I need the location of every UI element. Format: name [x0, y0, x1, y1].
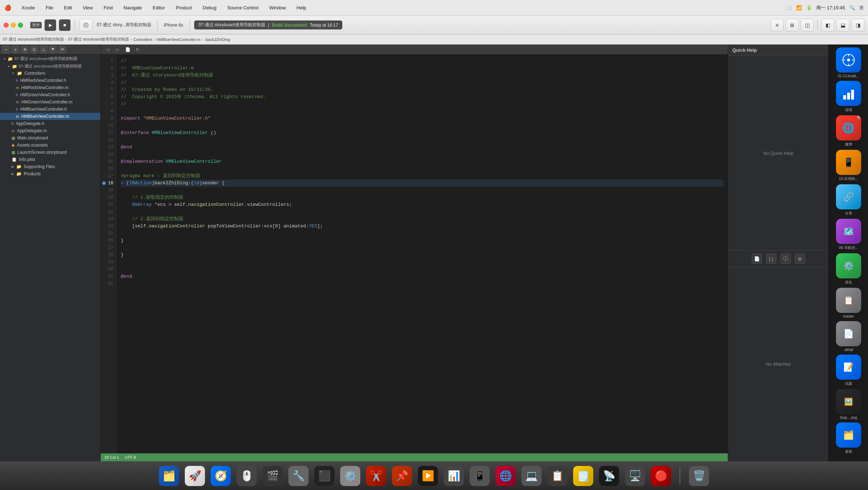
dock-app6[interactable]: 🌐 [495, 466, 516, 486]
qh-info-icon[interactable]: ⓘ [781, 254, 791, 264]
menu-editor[interactable]: Editor [151, 4, 167, 11]
close-button[interactable] [4, 23, 9, 28]
ios-app-cllocation[interactable]: 01-CLlocati... [832, 47, 865, 78]
ios-app-snip[interactable]: 🖼️ Snip....png [832, 389, 865, 420]
supporting-files-folder[interactable]: ▶ 📁 Supporting Files [0, 163, 100, 170]
editor-version-button[interactable]: ◫ [801, 19, 814, 32]
ios-app-optimize[interactable]: ⚙️ 优化 [832, 253, 865, 285]
bc-part1[interactable]: 07-通过 storyboard使用导航控制器 [3, 37, 64, 42]
dock-app4[interactable]: 📊 [444, 466, 464, 486]
dock-settings[interactable]: ⚙️ [340, 466, 360, 486]
stop-button[interactable]: ■ [59, 19, 70, 31]
info-plist[interactable]: 📋 Info.plist [0, 156, 100, 163]
sidebar-toolbar-btn3[interactable]: ⊕ [21, 46, 29, 54]
navigator-toggle[interactable]: ◧ [821, 19, 834, 32]
editor-assistant-button[interactable]: ⊞ [786, 19, 799, 32]
menu-product[interactable]: Product [174, 4, 194, 11]
dock-safari[interactable]: 🧭 [211, 466, 231, 486]
menu-xcode[interactable]: Xcode [19, 4, 37, 11]
scheme-selector[interactable]: 07-通过 story...用导航控制器 [95, 22, 153, 28]
dock-tools[interactable]: 🔧 [288, 466, 309, 486]
appdelegate-m[interactable]: m AppDelegate.m [0, 127, 100, 134]
ios-app-06nav[interactable]: 🗺️ 06-导航控... [832, 219, 865, 250]
ios-app-quiz[interactable]: 📝 试题 [832, 355, 865, 386]
dock-app7[interactable]: 💻 [521, 466, 542, 486]
menu-window[interactable]: Window [267, 4, 288, 11]
dock-trash[interactable]: 🗑️ [689, 466, 709, 486]
code-lines[interactable]: // // HMBlueViewController.m // 07-通过 st… [117, 55, 728, 453]
qh-braces-icon[interactable]: { } [766, 254, 776, 264]
apple-menu[interactable]: 🍎 [4, 4, 12, 11]
dock-mouse[interactable]: 🖱️ [237, 466, 257, 486]
control-center-icon[interactable]: ☰ [859, 5, 864, 10]
dock-video[interactable]: 🎬 [262, 466, 283, 486]
sidebar-toolbar-btn1[interactable]: + [2, 46, 10, 54]
maximize-button[interactable] [18, 23, 23, 28]
dock-app5[interactable]: 📱 [470, 466, 490, 486]
dock-app2[interactable]: 📌 [392, 466, 412, 486]
assets-xcassets[interactable]: ◈ Assets.xcassets [0, 142, 100, 149]
menu-view[interactable]: View [81, 4, 95, 11]
sidebar-toolbar-btn6[interactable]: ⚑ [49, 46, 57, 54]
project-subfolder[interactable]: ▼ 📁 07-通过 storyboard使用导航控制器 [0, 62, 100, 70]
run-button[interactable]: ▶ [45, 19, 56, 31]
menu-navigate[interactable]: Navigate [121, 4, 144, 11]
products-folder[interactable]: ▶ 📁 Products [0, 170, 100, 177]
bc-part4[interactable]: HMBlueViewController.m [156, 37, 200, 42]
dock-finder[interactable]: 🗂️ [159, 466, 179, 486]
sidebar-toolbar-btn7[interactable]: ✉ [58, 46, 66, 54]
minimize-button[interactable] [11, 23, 16, 28]
sidebar-toolbar-btn4[interactable]: ◎ [30, 46, 38, 54]
hmred-m[interactable]: m HMRedViewController.m [0, 84, 100, 91]
search-icon[interactable]: 🔍 [849, 5, 855, 10]
menu-edit[interactable]: Edit [62, 4, 74, 11]
sidebar-toolbar-btn5[interactable]: △ [40, 46, 47, 54]
menu-help[interactable]: Help [294, 4, 309, 11]
code-area[interactable]: 1 2 3 4 5 6 7 8 9 10 11 12 13 14 [101, 55, 728, 453]
sidebar-toolbar-btn2[interactable]: ≡ [12, 46, 19, 54]
editor-forward-button[interactable]: ▷ [114, 46, 122, 54]
controllers-folder[interactable]: ▼ 📁 Controllers [0, 70, 100, 77]
dock-terminal[interactable]: ⬛ [314, 466, 334, 486]
menu-debug[interactable]: Debug [201, 4, 219, 11]
dock-app9[interactable]: 📡 [599, 466, 619, 486]
editor-refresh-button[interactable]: ↻ [134, 46, 142, 54]
ios-app-detail[interactable]: 📄 .detail [832, 321, 865, 352]
hmgreen-m[interactable]: m HMGreenViewController.m [0, 98, 100, 106]
qh-grid-icon[interactable]: ⊞ [795, 254, 805, 264]
ios-app-10[interactable]: 📱 10-应用程... [832, 150, 865, 181]
debug-toggle[interactable]: ⬓ [836, 19, 849, 32]
ios-app-desktop[interactable]: 🗂️ 桌面 [832, 422, 865, 454]
h-file-icon4: h [12, 121, 14, 126]
ios-app-weibo[interactable]: 🌐 10 微博 [832, 115, 865, 147]
dock-app8[interactable]: 📋 [547, 466, 567, 486]
menu-find[interactable]: Find [101, 4, 115, 11]
bc-part3[interactable]: Controllers [133, 37, 152, 42]
hmblue-m[interactable]: m HMBlueViewController.m [0, 113, 100, 120]
device-selector[interactable]: iPhone 6s [162, 23, 185, 28]
menu-source-control[interactable]: Source Control [225, 4, 261, 11]
main-storyboard[interactable]: ▦ Main.storyboard [0, 134, 100, 142]
dock-launchpad[interactable]: 🚀 [185, 466, 205, 486]
dock-app1[interactable]: ✂️ [366, 466, 386, 486]
editor-standard-button[interactable]: ≡ [771, 19, 784, 32]
editor-back-button[interactable]: ◁ [104, 46, 111, 54]
dock-notes[interactable]: 🗒️ [573, 466, 593, 486]
ios-app-share[interactable]: 🔗 分享 [832, 184, 865, 216]
menu-file[interactable]: File [44, 4, 55, 11]
hmblue-h[interactable]: h HMBlueViewController.h [0, 106, 100, 113]
project-root[interactable]: ▼ 📁 07-通过 storyboard使用导航控制器 [0, 55, 100, 62]
dock-app10[interactable]: 🔴 [651, 466, 671, 486]
bc-part2[interactable]: 07-通过 storyboard使用导航控制器 [68, 37, 129, 42]
hmred-h[interactable]: h HMRedViewController.h [0, 77, 100, 84]
dock-imac[interactable]: 🖥️ [625, 466, 645, 486]
launchscreen-storyboard[interactable]: ▦ LaunchScreen.storyboard [0, 149, 100, 156]
hmgreen-h[interactable]: h HMGreenViewController.h [0, 91, 100, 98]
bc-part5[interactable]: -back2ZhiDing: [205, 37, 231, 42]
qh-file-icon[interactable]: 📄 [752, 254, 762, 264]
ios-app-master[interactable]: 📋 master [832, 288, 865, 318]
dock-app3[interactable]: ▶️ [418, 466, 438, 486]
utilities-toggle[interactable]: ◨ [851, 19, 864, 32]
appdelegate-h[interactable]: h AppDelegate.h [0, 120, 100, 127]
ios-app-business[interactable]: 业绩 [832, 81, 865, 112]
